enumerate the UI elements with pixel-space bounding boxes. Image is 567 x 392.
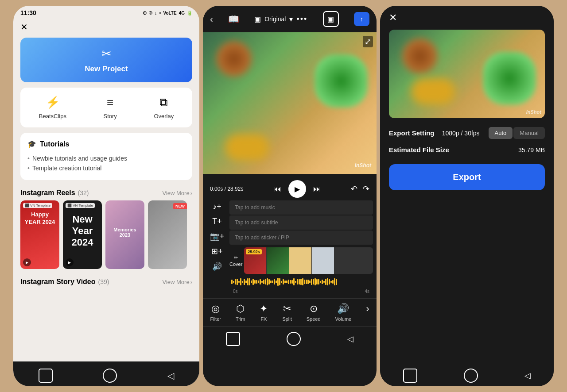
waveform-bar [306,280,307,284]
new-project-label: New Project [85,65,128,73]
auto-manual-toggle: Auto Manual [489,127,545,139]
more-tool[interactable]: › [366,303,369,322]
trim-tool[interactable]: ⬡ Trim [236,303,245,322]
close-button[interactable]: ✕ [13,18,199,36]
skip-forward-button[interactable]: ⏭ [313,184,321,194]
nav-circle-2[interactable] [287,332,301,346]
thumb-4[interactable]: NEW [148,200,187,269]
beatsclips-button[interactable]: ⚡ BeatsClips [39,96,66,119]
track-lanes: Tap to add music Tap to add subtitle Tap… [229,200,373,295]
cover-video-row: ✏ Cover 25.92s [229,246,373,276]
subtitle-placeholder: Tap to add subtitle [229,219,278,226]
book-icon[interactable]: 📖 [228,14,239,24]
redo-button[interactable]: ↷ [363,184,369,194]
chevron-right-icon: › [190,190,192,196]
export-button[interactable]: Export [389,164,545,190]
aspect-ratio-icon: ▣ [254,15,261,23]
aspect-label[interactable]: Original [264,15,286,23]
beatsclips-label: BeatsClips [39,113,66,119]
fullscreen-button[interactable]: ⤢ [363,36,373,47]
thumb-1[interactable]: ⬛ VN Template HappyYEAR 2024 ▶ [20,200,59,269]
waveform-bar [242,281,243,283]
nav-back-3[interactable]: ◁ [524,371,531,380]
waveform-bar [325,279,326,285]
thumb-2-play[interactable]: ▶ [66,258,74,266]
cover-label: Cover [229,261,242,267]
nav-square-1[interactable] [39,369,53,383]
undo-button[interactable]: ↶ [351,184,357,194]
thumb-3[interactable]: Memories 2023 [105,200,144,269]
reels-count: (32) [78,189,89,196]
music-track[interactable]: Tap to add music [229,200,373,215]
new-project-button[interactable]: ✂ New Project [20,38,192,82]
waveform-bar [258,281,259,283]
editor-back-button[interactable]: ‹ [210,14,213,24]
split-label: Split [282,316,291,322]
waveform-bar [231,280,233,284]
story-button[interactable]: ≡ Story [103,96,117,119]
status-icons: ⊙ ® ↓ • VoLTE 4G 🔋 [143,10,192,16]
export-close-button[interactable]: ✕ [389,12,397,23]
export-setting-value: 1080p / 30fps [442,130,480,137]
filter-tool[interactable]: ◎ Filter [210,303,221,322]
audio-waveform: // Will be rendered below via JS [229,277,373,287]
volume-tool[interactable]: 🔊 Volume [335,303,352,322]
export-share-button[interactable]: ↑ [354,12,369,26]
crop-button[interactable]: ▣ [323,11,339,27]
add-subtitle-button[interactable]: T+ [206,215,228,228]
tutorial-item-1[interactable]: Newbie tutorials and usage guides [27,154,185,163]
story-icon: ≡ [107,96,113,109]
video-strip[interactable]: 25.92s [244,247,373,274]
waveform-bar [307,280,309,284]
thumb-3-text: Memories 2023 [105,200,144,238]
thumb-2[interactable]: ⬛ VN Template New Year2024 ▶ [63,200,102,269]
more-options-icon[interactable]: ••• [296,15,307,24]
tutorials-list: Newbie tutorials and usage guides Templa… [27,154,185,173]
waveform-bar [263,280,264,284]
nav-back-2[interactable]: ◁ [347,334,353,344]
export-blur-1 [402,38,438,74]
nav-circle-3[interactable] [464,369,478,383]
filter-icon: ◎ [211,303,220,315]
waveform-bar [283,279,284,284]
nav-square-2[interactable] [226,332,240,346]
nav-back-1[interactable]: ◁ [167,370,174,381]
current-time: 0.00s / 28.92s [210,186,243,192]
sticker-track[interactable]: Tap to add sticker / PiP [229,231,373,245]
fx-tool[interactable]: ✦ FX [260,303,268,322]
waveform-bar [237,279,238,285]
overlay-icon: ⧉ [159,96,168,109]
nav-square-3[interactable] [403,369,417,383]
grid-button[interactable]: ⊞+ [206,245,228,258]
add-sticker-button[interactable]: 📷+ [206,230,228,243]
blur-content [203,32,377,174]
aspect-dropdown-icon: ▾ [289,15,293,23]
add-music-button[interactable]: ♪+ [206,200,228,213]
playback-controls: ⏮ ▶ ⏭ [273,180,321,198]
strip-thumb-2 [267,247,289,274]
waveform-bar [332,280,334,284]
waveform-bar [334,278,335,285]
split-tool[interactable]: ✂ Split [282,303,291,322]
video-preview: ⤢ InShot [203,32,377,174]
thumb-1-play[interactable]: ▶ [23,258,31,266]
subtitle-track[interactable]: Tap to add subtitle [229,215,373,230]
manual-option[interactable]: Manual [513,127,545,139]
export-setting-row: Export Setting 1080p / 30fps Auto Manual [389,127,545,139]
export-preview: InShot [389,30,545,118]
cover-section[interactable]: ✏ Cover [229,255,242,267]
overlay-button[interactable]: ⧉ Overlay [154,96,174,119]
time-badge: 25.92s [246,249,262,254]
skip-back-button[interactable]: ⏮ [273,184,281,194]
blur-shape-1 [216,41,252,77]
strip-thumb-3 [289,247,311,274]
reels-view-more[interactable]: View More › [162,190,192,196]
nav-circle-1[interactable] [103,369,117,383]
auto-option[interactable]: Auto [489,127,513,139]
speed-tool[interactable]: ⊙ Speed [307,303,321,322]
story-view-more[interactable]: View More › [162,279,192,285]
volume-track-button[interactable]: 🔊 [206,260,228,273]
waveform-bar [249,278,250,285]
play-button[interactable]: ▶ [288,180,306,198]
tutorial-item-2[interactable]: Template creation tutorial [27,163,185,173]
